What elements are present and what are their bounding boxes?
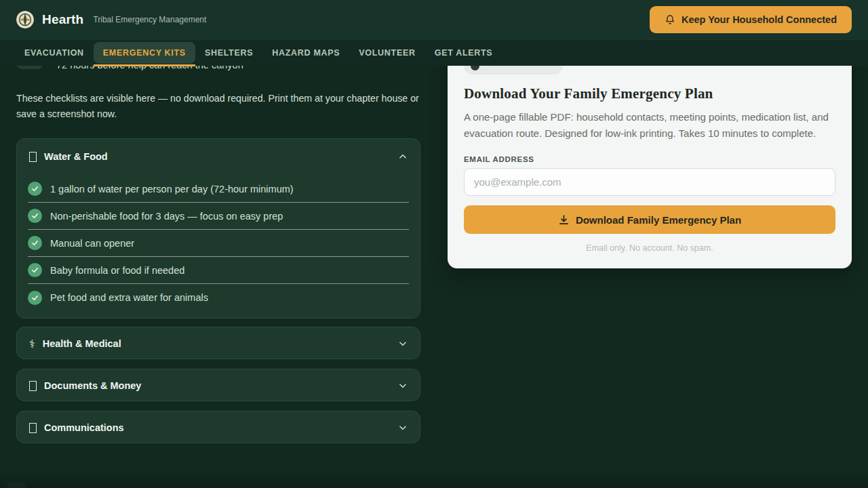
checklist-item-label: Manual can opener <box>50 238 134 249</box>
checklist-item: Non-perishable food for 3 days — focus o… <box>28 203 409 230</box>
water-food-icon <box>29 152 37 162</box>
chevron-down-icon <box>398 381 408 390</box>
medical-staff-icon: ⚕ <box>29 339 35 349</box>
checklist-item: Baby formula or food if needed <box>28 257 409 284</box>
accordion-communications: Communications <box>16 411 420 443</box>
brand-tagline: Tribal Emergency Management <box>93 15 206 24</box>
checkmark-icon <box>28 209 42 223</box>
card-footnote: Email only. No account. No spam. <box>448 243 852 253</box>
communications-icon <box>29 423 37 433</box>
accordion-documents-money-header[interactable]: Documents & Money <box>17 369 420 402</box>
checklist-item: Pet food and extra water for animals <box>28 284 409 311</box>
nav-tab-shelters[interactable]: SHELTERS <box>195 42 262 64</box>
footer-fade <box>0 470 868 488</box>
accordion-title: Communications <box>44 422 124 433</box>
checkmark-icon <box>28 182 42 196</box>
accordion-documents-money: Documents & Money <box>16 369 420 401</box>
chevron-down-icon <box>398 339 408 348</box>
bell-icon <box>665 14 675 25</box>
nav-tab-volunteer[interactable]: VOLUNTEER <box>349 42 425 64</box>
chevron-down-icon <box>398 423 408 432</box>
accordion-title: Water & Food <box>44 151 108 162</box>
nav-tab-hazard-maps[interactable]: HAZARD MAPS <box>262 42 349 64</box>
checklist-item: Manual can opener <box>28 230 409 257</box>
keep-connected-label: Keep Your Household Connected <box>682 14 837 25</box>
download-plan-button[interactable]: Download Family Emergency Plan <box>464 205 835 234</box>
checklists-intro: These checklists are visible here — no d… <box>16 91 423 122</box>
checkmark-icon <box>28 291 42 305</box>
hearth-logo-icon <box>16 11 34 28</box>
card-description: A one-page fillable PDF: household conta… <box>464 109 835 141</box>
nav-tab-evacuation[interactable]: EVACUATION <box>15 42 94 64</box>
app-header: Hearth Tribal Emergency Management Keep … <box>0 0 868 39</box>
email-address-label: EMAIL ADDRESS <box>464 155 534 163</box>
accordion-water-food: Water & Food 1 gallon of water per perso… <box>16 138 420 319</box>
download-button-label: Download Family Emergency Plan <box>576 214 741 226</box>
keep-connected-button[interactable]: Keep Your Household Connected <box>650 6 852 33</box>
card-title: Download Your Family Emergency Plan <box>464 85 713 102</box>
accordion-health-medical: ⚕ Health & Medical <box>16 327 420 359</box>
accordion-title: Health & Medical <box>43 338 121 349</box>
nav-tab-emergency-kits[interactable]: EMERGENCY KITS <box>94 42 195 64</box>
email-input[interactable] <box>464 168 835 196</box>
checklist-item-label: 1 gallon of water per person per day (72… <box>50 184 294 195</box>
water-food-checklist: 1 gallon of water per person per day (72… <box>17 174 420 318</box>
accordion-health-medical-header[interactable]: ⚕ Health & Medical <box>17 327 420 360</box>
checklist-item: 1 gallon of water per person per day (72… <box>28 176 409 203</box>
documents-money-icon <box>29 381 37 391</box>
checkmark-icon <box>28 236 42 250</box>
chevron-up-icon <box>398 152 408 161</box>
checkmark-icon <box>28 263 42 277</box>
download-plan-card: Download Your Family Emergency Plan A on… <box>448 41 852 268</box>
download-icon <box>558 214 570 226</box>
accordion-water-food-header[interactable]: Water & Food <box>17 139 420 174</box>
accordion-title: Documents & Money <box>44 380 141 391</box>
checklist-item-label: Baby formula or food if needed <box>50 265 184 276</box>
accordion-communications-header[interactable]: Communications <box>17 411 420 444</box>
checklist-item-label: Non-perishable food for 3 days — focus o… <box>50 211 283 222</box>
brand-name: Hearth <box>42 12 83 27</box>
nav-tab-get-alerts[interactable]: GET ALERTS <box>425 42 502 64</box>
checklist-item-label: Pet food and extra water for animals <box>50 292 208 303</box>
primary-nav: EVACUATION EMERGENCY KITS SHELTERS HAZAR… <box>0 39 868 66</box>
